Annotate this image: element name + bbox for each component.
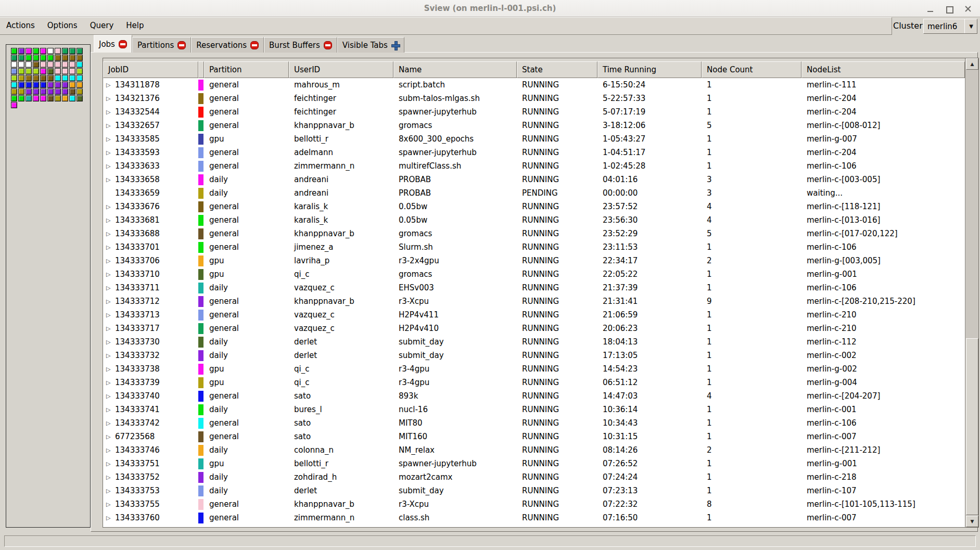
node-cell[interactable] bbox=[69, 75, 75, 81]
table-row[interactable]: ▷134333706gpulavriha_pr3-2x4gpuRUNNING22… bbox=[103, 254, 965, 267]
chevron-down-icon[interactable]: ▼ bbox=[965, 23, 977, 29]
menu-actions[interactable]: Actions bbox=[0, 18, 41, 34]
node-cell[interactable] bbox=[77, 55, 83, 61]
scrollbar-thumb[interactable] bbox=[966, 338, 978, 515]
expander-icon[interactable]: ▷ bbox=[106, 339, 115, 346]
column-header-state[interactable]: State bbox=[517, 61, 597, 78]
column-header-nodelist[interactable]: NodeList bbox=[801, 61, 965, 78]
expander-icon[interactable]: ▷ bbox=[106, 366, 115, 373]
maximize-icon[interactable] bbox=[945, 4, 954, 14]
expander-icon[interactable]: ▷ bbox=[106, 379, 115, 386]
column-header-partition[interactable]: Partition bbox=[204, 61, 289, 78]
node-cell[interactable] bbox=[62, 68, 68, 74]
expander-icon[interactable]: ▷ bbox=[106, 163, 115, 170]
table-row[interactable]: ▷134333676generalkaralis_k0.05bwRUNNING2… bbox=[103, 200, 965, 213]
table-row[interactable]: ▷134333633generalzimmermann_nmultirefCla… bbox=[103, 159, 965, 173]
node-cell[interactable] bbox=[18, 61, 24, 68]
table-row[interactable]: ▷134333755generalkhanppnavar_br3-XcpuRUN… bbox=[103, 497, 965, 511]
node-cell[interactable] bbox=[33, 55, 39, 61]
table-row[interactable]: ▷134333710gpuqi_cgromacsRUNNING22:05:221… bbox=[103, 267, 965, 281]
table-row[interactable]: ▷134333711dailyvazquez_cEHSv003RUNNING21… bbox=[103, 281, 965, 295]
table-row[interactable]: ▷134333681generalkaralis_k0.05bwRUNNING2… bbox=[103, 213, 965, 227]
node-cell[interactable] bbox=[47, 68, 54, 74]
expander-icon[interactable]: ▷ bbox=[106, 433, 115, 440]
node-cell[interactable] bbox=[62, 88, 68, 95]
expander-icon[interactable]: ▷ bbox=[106, 325, 115, 332]
expander-icon[interactable]: ▷ bbox=[106, 244, 115, 251]
node-cell[interactable] bbox=[26, 88, 32, 95]
vertical-scrollbar[interactable]: ▲ ▼ bbox=[965, 58, 978, 527]
node-cell[interactable] bbox=[11, 48, 17, 54]
node-cell[interactable] bbox=[33, 75, 39, 81]
node-cell[interactable] bbox=[18, 68, 24, 74]
node-cell[interactable] bbox=[33, 48, 39, 54]
table-row[interactable]: ▷134333658dailyandreaniPROBABRUNNING04:0… bbox=[103, 173, 965, 186]
expander-icon[interactable]: ▷ bbox=[106, 136, 115, 143]
node-cell[interactable] bbox=[33, 88, 39, 95]
node-cell[interactable] bbox=[62, 48, 68, 54]
expander-icon[interactable]: ▷ bbox=[106, 271, 115, 278]
close-icon[interactable] bbox=[963, 4, 973, 14]
node-cell[interactable] bbox=[33, 95, 39, 101]
node-cell[interactable] bbox=[11, 55, 17, 61]
node-cell[interactable] bbox=[55, 68, 61, 74]
expander-icon[interactable]: ▷ bbox=[106, 109, 115, 116]
expander-icon[interactable]: ▷ bbox=[106, 217, 115, 224]
table-row[interactable]: ▷134333751gpubellotti_rspawner-jupyterhu… bbox=[103, 457, 965, 470]
expander-icon[interactable]: ▷ bbox=[106, 203, 115, 210]
table-row[interactable]: ▷134332544generalfeichtingerspawner-jupy… bbox=[103, 105, 965, 119]
node-cell[interactable] bbox=[77, 68, 83, 74]
node-cell[interactable] bbox=[11, 95, 17, 101]
table-row[interactable]: ▷134333760generalzimmermann_nclass.shRUN… bbox=[103, 511, 965, 525]
expander-icon[interactable]: ▷ bbox=[106, 285, 115, 291]
table-row[interactable]: ▷134333752dailyzohdirad_hmozart2camxRUNN… bbox=[103, 470, 965, 484]
table-row[interactable]: ▷134333753dailyderletsubmit_dayRUNNING07… bbox=[103, 484, 965, 497]
scroll-down-button[interactable]: ▼ bbox=[966, 516, 978, 527]
table-row[interactable]: ▷134333717generalvazquez_cH2P4v410RUNNIN… bbox=[103, 322, 965, 335]
tab-reservations[interactable]: Reservations bbox=[191, 37, 264, 53]
expander-icon[interactable]: ▷ bbox=[106, 352, 115, 359]
node-cell[interactable] bbox=[47, 48, 54, 54]
table-row[interactable]: ▷67723568generalsatoMIT160RUNNING10:31:1… bbox=[103, 430, 965, 443]
table-row[interactable]: ▷134332657generalkhanppnavar_bgromacsRUN… bbox=[103, 119, 965, 132]
node-cell[interactable] bbox=[69, 48, 75, 54]
expander-icon[interactable]: ▷ bbox=[106, 474, 115, 481]
node-cell[interactable] bbox=[55, 55, 61, 61]
node-cell[interactable] bbox=[11, 61, 17, 68]
table-row[interactable]: ▷134333713generalvazquez_cH2P4v411RUNNIN… bbox=[103, 308, 965, 322]
table-row[interactable]: 134333659dailyandreaniPROBABPENDING00:00… bbox=[103, 186, 965, 200]
node-cell[interactable] bbox=[11, 88, 17, 95]
table-row[interactable]: ▷134333701generaljimenez_aSlurm.shRUNNIN… bbox=[103, 240, 965, 254]
node-cell[interactable] bbox=[77, 82, 83, 88]
column-header-jobid[interactable]: JobID bbox=[103, 61, 198, 78]
node-cell[interactable] bbox=[69, 61, 75, 68]
table-row[interactable]: ▷134333688generalkhanppnavar_bgromacsRUN… bbox=[103, 227, 965, 240]
table-row[interactable]: ▷134333593generaladelmannspawner-jupyter… bbox=[103, 146, 965, 159]
node-cell[interactable] bbox=[11, 68, 17, 74]
expander-icon[interactable]: ▷ bbox=[106, 420, 115, 427]
node-cell[interactable] bbox=[40, 61, 46, 68]
expander-icon[interactable]: ▷ bbox=[106, 298, 115, 305]
node-cell[interactable] bbox=[47, 88, 54, 95]
node-cell[interactable] bbox=[18, 48, 24, 54]
table-row[interactable]: ▷134333712generalkhanppnavar_br3-XcpuRUN… bbox=[103, 295, 965, 308]
column-header-node-count[interactable]: Node Count bbox=[702, 61, 801, 78]
table-row[interactable]: ▷134333742generalsatoMIT80RUNNING10:34:4… bbox=[103, 416, 965, 430]
table-row[interactable]: ▷134333585gpubellotti_r8x600_300_epochsR… bbox=[103, 132, 965, 146]
table-row[interactable]: ▷134333739gpuqi_cr3-4gpuRUNNING06:51:121… bbox=[103, 376, 965, 389]
expander-icon[interactable]: ▷ bbox=[106, 312, 115, 318]
node-cell[interactable] bbox=[47, 75, 54, 81]
table-row[interactable]: ▷134333730dailyderletsubmit_dayRUNNING18… bbox=[103, 335, 965, 349]
tab-burst-buffers[interactable]: Burst Buffers bbox=[264, 37, 337, 53]
node-cell[interactable] bbox=[33, 82, 39, 88]
table-row[interactable]: ▷134333741dailybures_lnucl-16RUNNING10:3… bbox=[103, 403, 965, 416]
node-cell[interactable] bbox=[33, 68, 39, 74]
node-cell[interactable] bbox=[26, 68, 32, 74]
menu-query[interactable]: Query bbox=[84, 18, 120, 34]
node-cell[interactable] bbox=[55, 82, 61, 88]
expander-icon[interactable]: ▷ bbox=[106, 501, 115, 508]
tab-visible-tabs[interactable]: Visible Tabs bbox=[337, 37, 404, 53]
minimize-icon[interactable] bbox=[926, 4, 935, 14]
tab-list-icon[interactable] bbox=[391, 41, 399, 49]
table-row[interactable]: ▷134333740generalsato893kRUNNING14:47:03… bbox=[103, 389, 965, 403]
